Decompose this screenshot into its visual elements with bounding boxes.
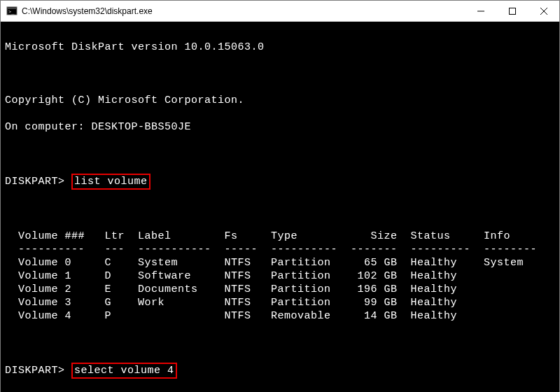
svg-text:>_: >_ [8, 9, 15, 15]
computer-line: On computer: DESKTOP-BBS50JE [5, 120, 555, 134]
version-line: Microsoft DiskPart version 10.0.15063.0 [5, 41, 555, 54]
prompt: DISKPART> [5, 365, 65, 377]
titlebar[interactable]: >_ C:\Windows\system32\diskpart.exe [1, 1, 559, 22]
table-row: Volume 4 P NTFS Removable 14 GB Healthy [5, 309, 555, 323]
copyright-line: Copyright (C) Microsoft Corporation. [5, 94, 555, 107]
table-row: Volume 3 G Work NTFS Partition 99 GB Hea… [5, 296, 555, 309]
command-highlight-2: select volume 4 [71, 363, 177, 379]
blank-line [5, 67, 555, 80]
app-icon: >_ [6, 6, 18, 17]
window-controls [465, 1, 559, 21]
prompt-line-1: DISKPART> list volume [5, 174, 555, 190]
maximize-button[interactable] [496, 1, 528, 22]
table-row: Volume 1 D Software NTFS Partition 102 G… [5, 270, 555, 283]
table-row: ---------- --- ----------- ----- -------… [5, 243, 555, 256]
prompt-line-2: DISKPART> select volume 4 [5, 363, 555, 379]
volume-table: Volume ### Ltr Label Fs Type Size Status… [5, 230, 555, 323]
prompt: DISKPART> [5, 176, 65, 188]
blank-line [5, 336, 555, 349]
app-window: >_ C:\Windows\system32\diskpart.exe Micr… [0, 0, 560, 392]
table-row: Volume 0 C System NTFS Partition 65 GB H… [5, 256, 555, 270]
blank-line [5, 147, 555, 160]
command-highlight-1: list volume [71, 174, 150, 190]
svg-rect-4 [509, 8, 515, 15]
terminal-body[interactable]: Microsoft DiskPart version 10.0.15063.0 … [1, 22, 559, 392]
close-button[interactable] [528, 1, 559, 22]
table-row: Volume 2 E Documents NTFS Partition 196 … [5, 283, 555, 296]
table-row: Volume ### Ltr Label Fs Type Size Status… [5, 230, 555, 243]
blank-line [5, 203, 555, 216]
minimize-button[interactable] [465, 1, 496, 22]
window-title: C:\Windows\system32\diskpart.exe [22, 6, 465, 16]
